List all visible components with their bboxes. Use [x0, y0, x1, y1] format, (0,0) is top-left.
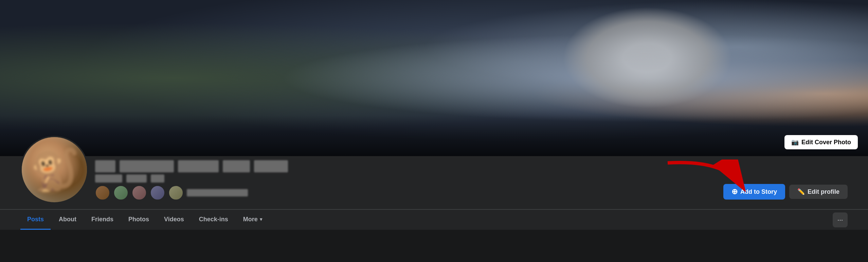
sub-info-3: [151, 174, 164, 183]
nav-tab-more[interactable]: More ▾: [236, 210, 269, 230]
cover-photo-bg: [0, 0, 868, 156]
add-story-icon: ⊕: [731, 187, 738, 196]
name-part-5: [254, 160, 288, 172]
avatar: [20, 136, 88, 204]
cover-bg-rocks: [732, 0, 868, 102]
edit-profile-icon: ✏️: [797, 188, 805, 195]
profile-name-block: [95, 160, 288, 172]
edit-cover-photo-label: Edit Cover Photo: [801, 139, 851, 146]
nav-tab-about-label: About: [59, 216, 76, 223]
nav-tab-videos-label: Videos: [164, 216, 184, 223]
nav-tab-posts-label: Posts: [27, 216, 44, 223]
name-part-2: [120, 160, 174, 172]
camera-icon: 📷: [791, 138, 799, 146]
profile-actions: ⊕ Add to Story ✏️ Edit profile: [723, 184, 848, 204]
profile-info-section: ⊕ Add to Story ✏️ Edit profile: [0, 156, 868, 209]
profile-name-row: [95, 160, 717, 172]
nav-tab-more-label: More: [243, 216, 258, 223]
edit-profile-button[interactable]: ✏️ Edit profile: [789, 185, 848, 199]
friend-avatar-2: [113, 185, 128, 200]
three-dots-icon: ···: [837, 216, 843, 224]
friend-avatar-4: [150, 185, 165, 200]
friends-count-text: [187, 189, 248, 196]
avatar-container: [20, 136, 88, 204]
nav-tab-photos-label: Photos: [128, 216, 149, 223]
profile-main-row: ⊕ Add to Story ✏️ Edit profile: [20, 156, 848, 209]
profile-nav: Posts About Friends Photos Videos Check-…: [0, 209, 868, 230]
nav-tab-friends-label: Friends: [91, 216, 113, 223]
edit-cover-photo-button[interactable]: 📷 Edit Cover Photo: [784, 135, 858, 149]
sub-info-1: [95, 174, 122, 183]
add-to-story-button[interactable]: ⊕ Add to Story: [723, 184, 785, 200]
friend-avatar-3: [132, 185, 147, 200]
edit-profile-label: Edit profile: [808, 188, 839, 195]
sub-info-2: [126, 174, 147, 183]
profile-page: 📷 Edit Cover Photo: [0, 0, 868, 262]
profile-details: [95, 160, 717, 204]
nav-tab-posts[interactable]: Posts: [20, 210, 51, 230]
friends-row: [95, 185, 717, 200]
nav-tabs: Posts About Friends Photos Videos Check-…: [20, 210, 269, 230]
name-part-1: [95, 160, 115, 172]
chevron-down-icon: ▾: [260, 217, 262, 222]
add-to-story-label: Add to Story: [740, 188, 777, 195]
cover-animal-shape: [562, 7, 732, 109]
nav-tab-videos[interactable]: Videos: [157, 210, 191, 230]
nav-tab-checkins[interactable]: Check-ins: [192, 210, 235, 230]
name-part-3: [178, 160, 219, 172]
nav-more-options-button[interactable]: ···: [833, 212, 848, 227]
friend-avatar-1: [95, 185, 110, 200]
name-part-4: [223, 160, 250, 172]
nav-tab-friends[interactable]: Friends: [85, 210, 120, 230]
nav-tab-about[interactable]: About: [52, 210, 83, 230]
friend-avatar-5: [168, 185, 183, 200]
nav-tab-checkins-label: Check-ins: [199, 216, 228, 223]
nav-tab-photos[interactable]: Photos: [122, 210, 156, 230]
profile-sub-row: [95, 174, 717, 183]
cover-photo-container: 📷 Edit Cover Photo: [0, 0, 868, 156]
